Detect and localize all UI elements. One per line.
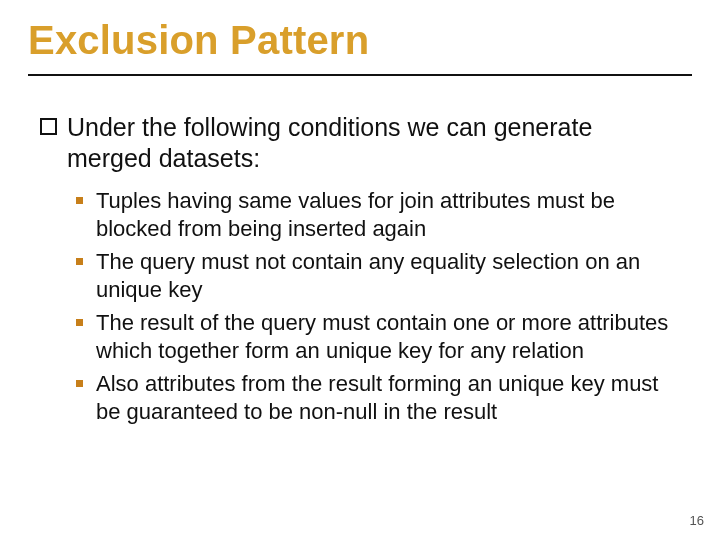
list-item: Tuples having same values for join attri…	[76, 187, 680, 242]
page-number: 16	[690, 513, 704, 528]
title-underline	[28, 74, 692, 76]
slide-body: Under the following conditions we can ge…	[0, 84, 720, 425]
square-bullet-icon	[40, 118, 57, 135]
list-item: Also attributes from the result forming …	[76, 370, 680, 425]
list-item: The result of the query must contain one…	[76, 309, 680, 364]
list-item: The query must not contain any equality …	[76, 248, 680, 303]
slide-title: Exclusion Pattern	[28, 18, 692, 62]
intro-item: Under the following conditions we can ge…	[40, 112, 680, 173]
intro-text: Under the following conditions we can ge…	[67, 112, 680, 173]
slide: Exclusion Pattern Under the following co…	[0, 0, 720, 540]
title-wrap: Exclusion Pattern	[0, 0, 720, 68]
conditions-list: Tuples having same values for join attri…	[40, 187, 680, 425]
